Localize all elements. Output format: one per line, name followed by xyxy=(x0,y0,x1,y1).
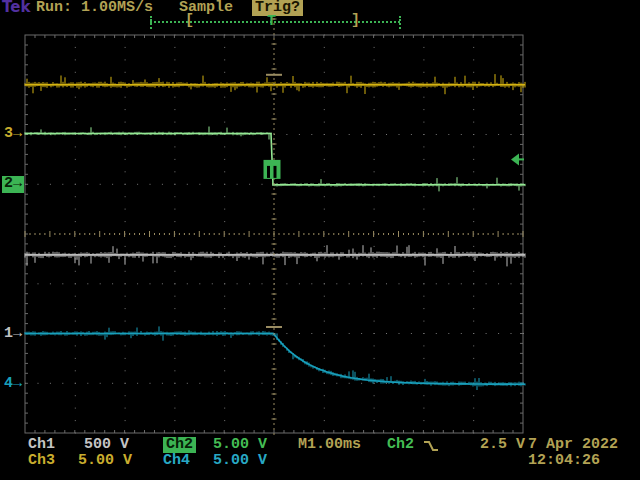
date-readout: 7 Apr 2022 xyxy=(528,437,618,453)
ch1-marker-arrow-icon: → xyxy=(13,325,22,342)
ch2-ground-marker-selected: 2→ xyxy=(2,176,24,193)
ch3-label: Ch3 xyxy=(28,453,55,469)
ch3-scale: 5.00 V xyxy=(78,453,132,469)
trace-noise-ch2 xyxy=(25,127,525,192)
ch2-label-selected: Ch2 xyxy=(163,437,196,453)
trigger-time-tick-0 xyxy=(266,74,282,76)
ch2-marker-label: 2 xyxy=(4,175,13,192)
trigger-source-readout: Ch2 xyxy=(387,437,414,453)
trigger-level-arrow-icon xyxy=(511,153,519,165)
ch4-marker-label: 4 xyxy=(4,375,13,392)
trigger-position-line xyxy=(272,18,277,435)
trace-noise-ch1 xyxy=(25,245,525,266)
falling-edge-trigger-icon xyxy=(423,439,439,453)
ch3-ground-marker: 3→ xyxy=(4,126,22,142)
ch2-scale: 5.00 V xyxy=(213,437,267,453)
scope-display xyxy=(0,0,640,480)
timebase-readout: M1.00ms xyxy=(298,437,361,453)
ch4-ground-marker: 4→ xyxy=(4,376,22,392)
ch3-marker-label: 3 xyxy=(4,125,13,142)
ch4-scale: 5.00 V xyxy=(213,453,267,469)
ch1-scale: 500 V xyxy=(84,437,129,453)
trigger-level-readout: 2.5 V xyxy=(480,437,525,453)
ch2-marker-arrow-icon: → xyxy=(13,175,22,192)
ch3-marker-arrow-icon: → xyxy=(13,125,22,142)
ch4-label: Ch4 xyxy=(163,453,190,469)
trigger-point-box xyxy=(264,160,281,179)
ch1-ground-marker: 1→ xyxy=(4,326,22,342)
ch1-marker-label: 1 xyxy=(4,325,13,342)
trigger-point-box-slot-left xyxy=(267,166,270,178)
trigger-time-tick-1 xyxy=(266,326,282,328)
oscilloscope-screen: Tek Run: 1.00MS/s Sample Trig? [ ] T 3→ … xyxy=(0,0,640,480)
trigger-point-box-slot-right xyxy=(274,166,277,178)
ch4-marker-arrow-icon: → xyxy=(13,375,22,392)
trace-ch4 xyxy=(25,334,525,385)
ch1-label: Ch1 xyxy=(28,437,55,453)
time-readout: 12:04:26 xyxy=(528,453,600,469)
